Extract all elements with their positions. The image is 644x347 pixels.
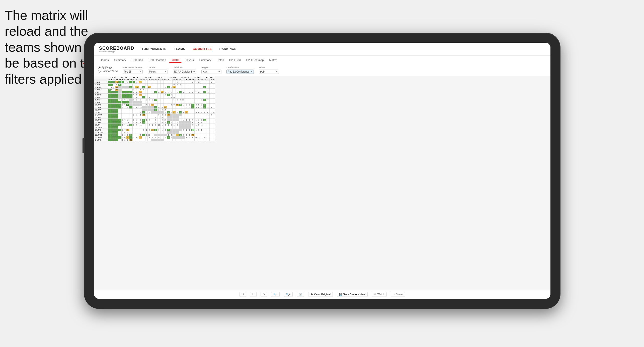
matrix-cell: 29 (129, 139, 133, 141)
matrix-cell (200, 109, 203, 111)
matrix-cell: 0 (126, 134, 129, 136)
matrix-cell: 4 (132, 91, 135, 94)
matrix-cell (139, 116, 142, 119)
matrix-cell: 0 (200, 86, 203, 89)
matrix-cell: 1 (170, 96, 173, 99)
matrix-cell: 14 (126, 119, 129, 121)
sub-nav-h2hheatmap2[interactable]: H2H Heatmap (244, 57, 266, 63)
matrix-cell: 0 (188, 129, 191, 131)
zoom-in-button[interactable]: 🔍+ (284, 292, 293, 297)
matrix-cell (148, 109, 151, 111)
matrix-cell: 1 (122, 129, 124, 131)
sub-nav-detail[interactable]: Detail (214, 57, 226, 63)
matrix-cell: 4 (145, 104, 148, 106)
col-osu: 57. OSU (203, 76, 215, 79)
matrix-cell (145, 89, 148, 91)
matrix-cell: 0 (135, 94, 139, 96)
matrix-cell (113, 106, 115, 109)
nav-tournaments[interactable]: TOURNAMENTS (142, 46, 167, 52)
matrix-cell (122, 126, 124, 129)
redo-button[interactable]: ↻ (250, 292, 257, 297)
matrix-cell (213, 114, 215, 116)
matrix-cell: 2 (142, 111, 145, 114)
matrix-cell: 0 (132, 136, 135, 139)
matrix-cell (148, 126, 151, 129)
matrix-cell (132, 109, 135, 111)
matrix-cell (139, 109, 142, 111)
sub-nav-players[interactable]: Players (182, 57, 196, 63)
gender-select[interactable]: Men's (148, 70, 168, 74)
matrix-cell (151, 106, 154, 109)
matrix-cell (182, 81, 185, 84)
matrix-cell: 1 (129, 106, 133, 109)
matrix-cell (176, 129, 179, 131)
save-custom-button[interactable]: 💾 Save Custom View (337, 292, 368, 297)
matrix-cell: 1 (198, 119, 200, 121)
compact-view-radio[interactable] (98, 70, 101, 73)
nav-rankings[interactable]: RANKINGS (219, 46, 236, 52)
matrix-cell (148, 101, 151, 104)
matrix-cell: 0 (126, 131, 129, 134)
matrix-cell: 0 (164, 136, 167, 139)
matrix-cell: 4 (142, 134, 145, 136)
col-uu: 54. UU (191, 76, 203, 79)
max-teams-select[interactable]: Top 25 (123, 70, 143, 74)
matrix-cell (167, 89, 170, 91)
clock-button[interactable]: 🕐 (297, 292, 304, 297)
matrix-cell (179, 124, 182, 126)
matrix-cell: 0 (132, 89, 135, 91)
matrix-cell (206, 109, 210, 111)
team-select[interactable]: (All) (259, 70, 279, 74)
matrix-cell (167, 119, 170, 121)
matrix-cell: 0 (191, 124, 195, 126)
watch-button[interactable]: 👁 Watch (372, 292, 387, 297)
matrix-table-area[interactable]: 3. ASU 10. UW 11. UA 22. UCB 24. UO 27. … (94, 76, 550, 290)
sub-nav-summary[interactable]: Summary (112, 57, 128, 63)
matrix-cell (182, 89, 185, 91)
refresh-button[interactable]: ⟳ (261, 292, 267, 297)
matrix-cell (132, 81, 135, 84)
division-select[interactable]: NCAA Division I (173, 70, 196, 74)
region-select[interactable]: N/A (201, 70, 221, 74)
matrix-cell: 30 (173, 111, 176, 114)
matrix-cell: 3 (188, 106, 191, 109)
matrix-cell: 0 (148, 129, 151, 131)
nav-committee[interactable]: COMMITTEE (193, 46, 212, 52)
sub-nav-matrix2[interactable]: Matrix (267, 57, 279, 63)
sub-nav-summary2[interactable]: Summary (197, 57, 214, 63)
matrix-cell (213, 86, 215, 89)
share-button[interactable]: ⇪ Share (391, 292, 405, 297)
zoom-out-button[interactable]: 🔍- (271, 292, 279, 297)
matrix-cell: 0 (198, 129, 200, 131)
matrix-cell: 0 (154, 124, 157, 126)
view-original-button[interactable]: 👁 View: Original (308, 292, 333, 297)
matrix-cell: 2 (118, 119, 122, 121)
full-view-radio[interactable] (98, 67, 101, 69)
compact-view-option[interactable]: Compact View (98, 70, 118, 73)
undo-button[interactable]: ↺ (239, 292, 246, 297)
matrix-cell (182, 109, 185, 111)
sub-nav-matrix[interactable]: Matrix (169, 57, 182, 63)
matrix-cell (115, 94, 118, 96)
matrix-cell: 0 (124, 119, 126, 121)
matrix-cell (124, 96, 126, 99)
full-view-option[interactable]: Full View (98, 66, 118, 69)
matrix-cell: 1 (188, 136, 191, 139)
matrix-cell (113, 111, 115, 114)
sub-nav-teams[interactable]: Teams (98, 57, 111, 63)
subh-corner (94, 79, 108, 81)
matrix-cell (148, 116, 151, 119)
matrix-cell (108, 94, 111, 96)
matrix-cell: 0 (170, 124, 173, 126)
sub-nav-h2hgrid[interactable]: H2H Grid (129, 57, 145, 63)
matrix-cell (115, 101, 118, 104)
matrix-cell (157, 89, 160, 91)
matrix-cell: 1 (129, 124, 133, 126)
sub-nav-h2hgrid2[interactable]: H2H Grid (227, 57, 243, 63)
matrix-cell (139, 101, 142, 104)
sub-nav-h2hheatmap[interactable]: H2H Heatmap (146, 57, 169, 63)
nav-teams[interactable]: TEAMS (174, 46, 185, 52)
matrix-cell (200, 94, 203, 96)
conference-select[interactable]: Pac-12 Conference (226, 70, 254, 74)
matrix-cell: 0 (200, 99, 203, 101)
